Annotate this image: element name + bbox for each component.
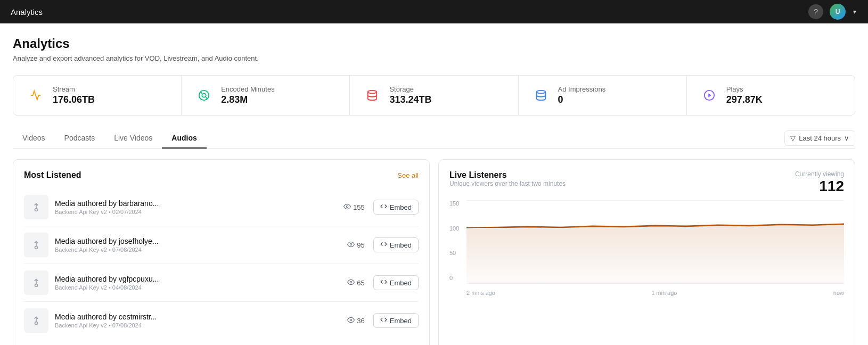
page-title: Analytics	[13, 36, 855, 51]
svg-point-13	[35, 322, 38, 325]
stream-icon	[26, 86, 45, 105]
stat-label-stream: Stream	[53, 85, 95, 93]
chart-svg	[466, 200, 844, 283]
storage-icon	[363, 86, 382, 105]
currently-viewing-label: Currently viewing	[795, 170, 844, 178]
stat-label-ad-impressions: Ad Impressions	[558, 85, 606, 93]
svg-point-11	[35, 284, 38, 287]
stat-info-encoded-minutes: Encoded Minutes 2.83M	[221, 85, 274, 105]
y-label: 0	[449, 275, 459, 281]
avatar-initials: U	[836, 8, 840, 15]
media-list: Media authored by barbarano... Backend A…	[24, 188, 419, 339]
view-number: 36	[357, 317, 364, 325]
filter-icon: ▽	[790, 134, 796, 142]
stat-item-stream: Stream 176.06TB	[13, 76, 182, 115]
embed-label: Embed	[390, 241, 412, 249]
stat-item-encoded-minutes: Encoded Minutes 2.83M	[182, 76, 350, 115]
media-thumb	[24, 270, 48, 295]
media-stats: 65 Embed	[347, 275, 419, 290]
svg-line-2	[201, 92, 202, 94]
stat-info-stream: Stream 176.06TB	[53, 85, 95, 105]
grid-line-50	[466, 256, 844, 256]
media-meta: Backend Api Key v2 • 02/07/2024	[55, 209, 337, 215]
stat-value-ad-impressions: 0	[558, 94, 606, 105]
stat-value-encoded-minutes: 2.83M	[221, 94, 274, 105]
embed-label: Embed	[390, 317, 412, 325]
embed-button[interactable]: Embed	[373, 313, 419, 328]
embed-icon	[380, 316, 387, 325]
stat-info-storage: Storage 313.24TB	[389, 85, 431, 105]
media-stats: 155 Embed	[343, 200, 419, 215]
view-number: 65	[357, 279, 364, 287]
view-count: 36	[347, 316, 364, 325]
encoded-icon	[194, 86, 214, 105]
embed-label: Embed	[390, 203, 412, 211]
live-panel-header: Live Listeners Unique viewers over the l…	[449, 170, 844, 196]
ad-icon	[531, 86, 551, 105]
help-icon-btn[interactable]: ?	[808, 4, 823, 19]
media-stats: 36 Embed	[347, 313, 419, 328]
media-meta: Backend Api Key v2 • 07/08/2024	[55, 247, 341, 253]
view-count: 95	[347, 241, 364, 250]
list-item: Media authored by josefholye... Backend …	[24, 226, 419, 264]
page-content: Analytics Analyze and export advanced an…	[0, 23, 868, 345]
most-listened-title: Most Listened	[24, 170, 81, 180]
svg-point-7	[35, 209, 38, 211]
time-filter[interactable]: ▽ Last 24 hours ∨	[784, 130, 855, 146]
media-stats: 95 Embed	[347, 237, 419, 252]
x-label: 2 mins ago	[466, 290, 495, 296]
svg-point-8	[346, 206, 348, 208]
stat-label-plays: Plays	[726, 85, 763, 93]
time-filter-label: Last 24 hours	[799, 134, 841, 142]
currently-viewing-value: 112	[795, 178, 844, 195]
tab-videos[interactable]: Videos	[13, 128, 55, 149]
media-name: Media authored by josefholye...	[55, 237, 341, 245]
view-number: 155	[353, 203, 365, 211]
media-list-wrapper: Media authored by barbarano... Backend A…	[24, 188, 419, 339]
media-info: Media authored by josefholye... Backend …	[55, 237, 341, 253]
embed-button[interactable]: Embed	[373, 200, 419, 215]
chevron-down-icon: ▼	[852, 9, 857, 15]
embed-icon	[380, 241, 387, 249]
eye-icon	[347, 316, 355, 325]
plays-icon	[700, 86, 719, 105]
stat-info-ad-impressions: Ad Impressions 0	[558, 85, 606, 105]
tab-audios[interactable]: Audios	[162, 128, 206, 149]
media-thumb	[24, 233, 48, 257]
svg-marker-15	[466, 224, 844, 283]
y-label: 50	[449, 250, 459, 256]
view-number: 95	[357, 241, 364, 249]
embed-label: Embed	[390, 279, 412, 287]
chevron-down-icon: ∨	[844, 134, 849, 142]
chart-y-labels: 150100500	[449, 200, 459, 283]
embed-icon	[380, 203, 387, 211]
tab-podcasts[interactable]: Podcasts	[55, 128, 105, 149]
embed-button[interactable]: Embed	[373, 275, 419, 290]
nav-title: Analytics	[11, 7, 43, 17]
svg-point-9	[35, 247, 38, 249]
media-meta: Backend Api Key v2 • 04/08/2024	[55, 284, 341, 291]
embed-button[interactable]: Embed	[373, 237, 419, 252]
chart-area	[466, 200, 844, 283]
stat-value-stream: 176.06TB	[53, 94, 95, 105]
tab-live-videos[interactable]: Live Videos	[104, 128, 162, 149]
media-name: Media authored by barbarano...	[55, 199, 337, 208]
svg-point-1	[202, 93, 206, 97]
svg-line-3	[206, 97, 208, 99]
grid-line-150	[466, 200, 844, 201]
view-count: 65	[347, 278, 364, 288]
avatar[interactable]: U	[830, 4, 846, 20]
most-listened-panel: Most Listened See all Media authored by …	[13, 159, 430, 345]
svg-point-14	[350, 319, 353, 321]
media-info: Media authored by vgfpcpuxu... Backend A…	[55, 275, 341, 291]
stat-value-storage: 313.24TB	[389, 94, 431, 105]
x-label: 1 min ago	[651, 290, 677, 296]
view-count: 155	[343, 203, 365, 212]
media-info: Media authored by cestmirstr... Backend …	[55, 313, 341, 328]
tabs: VideosPodcastsLive VideosAudios	[13, 128, 207, 148]
see-all-link[interactable]: See all	[397, 171, 419, 179]
list-item: Media authored by cestmirstr... Backend …	[24, 302, 419, 339]
grid-line-0	[466, 283, 844, 284]
list-item: Media authored by barbarano... Backend A…	[24, 188, 419, 226]
stat-label-encoded-minutes: Encoded Minutes	[221, 85, 274, 93]
